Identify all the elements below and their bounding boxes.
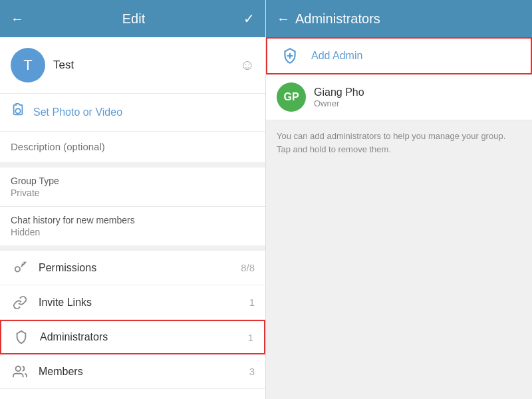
- chat-history-row[interactable]: Chat history for new members Hidden: [0, 207, 265, 251]
- admin-name: Giang Pho: [314, 86, 364, 98]
- add-admin-button[interactable]: Add Admin: [266, 37, 532, 74]
- administrators-badge: 1: [248, 332, 253, 343]
- set-photo-label: Set Photo or Video: [33, 106, 122, 118]
- admin-info: Giang Pho Owner: [314, 86, 364, 108]
- people-icon: [11, 362, 29, 381]
- description-input[interactable]: [11, 141, 255, 152]
- left-header: ← Edit ✓: [0, 0, 265, 37]
- permissions-label: Permissions: [39, 262, 241, 274]
- edit-title: Edit: [122, 11, 145, 27]
- group-name-input[interactable]: [53, 59, 240, 72]
- key-icon: [11, 259, 29, 277]
- add-admin-icon: [278, 44, 302, 68]
- profile-section: T ☺: [0, 37, 265, 94]
- members-menu-item[interactable]: Members 3: [0, 354, 265, 389]
- right-back-button[interactable]: ←: [277, 11, 290, 27]
- administrators-menu-item[interactable]: Administrators 1: [0, 320, 265, 354]
- svg-point-2: [16, 366, 21, 370]
- right-header: ← Administrators: [266, 0, 532, 37]
- link-icon: [11, 293, 29, 312]
- description-section: [0, 132, 265, 168]
- svg-point-1: [15, 267, 20, 271]
- add-admin-label: Add Admin: [311, 50, 362, 62]
- group-type-row[interactable]: Group Type Private: [0, 168, 265, 207]
- admin-avatar: GP: [277, 82, 306, 112]
- members-label: Members: [39, 366, 249, 378]
- permissions-menu-item[interactable]: Permissions 8/8: [0, 251, 265, 285]
- invite-links-label: Invite Links: [39, 297, 249, 309]
- invite-links-menu-item[interactable]: Invite Links 1: [0, 285, 265, 320]
- left-panel: ← Edit ✓ T ☺ Set Photo or Video Group Ty…: [0, 0, 266, 399]
- invite-links-badge: 1: [249, 297, 255, 308]
- admin-list-item: GP Giang Pho Owner: [266, 74, 532, 120]
- administrators-title: Administrators: [295, 11, 380, 27]
- chat-history-label: Chat history for new members: [11, 215, 255, 225]
- right-panel: ← Administrators Add Admin GP Giang Pho …: [266, 0, 532, 399]
- chat-history-value: Hidden: [11, 227, 255, 237]
- confirm-button[interactable]: ✓: [243, 11, 255, 27]
- administrators-label: Administrators: [40, 331, 248, 343]
- admin-role: Owner: [314, 98, 364, 108]
- members-badge: 3: [249, 366, 255, 377]
- svg-point-0: [15, 108, 20, 113]
- admins-info-text: You can add administrators to help you m…: [266, 120, 532, 165]
- set-photo-button[interactable]: Set Photo or Video: [0, 94, 265, 132]
- shield-icon: [12, 328, 31, 346]
- group-type-label: Group Type: [11, 176, 255, 186]
- avatar: T: [11, 48, 45, 82]
- emoji-button[interactable]: ☺: [240, 57, 255, 74]
- group-type-value: Private: [11, 188, 255, 198]
- permissions-badge: 8/8: [241, 262, 255, 273]
- back-button[interactable]: ←: [11, 11, 24, 27]
- camera-icon: [11, 103, 25, 122]
